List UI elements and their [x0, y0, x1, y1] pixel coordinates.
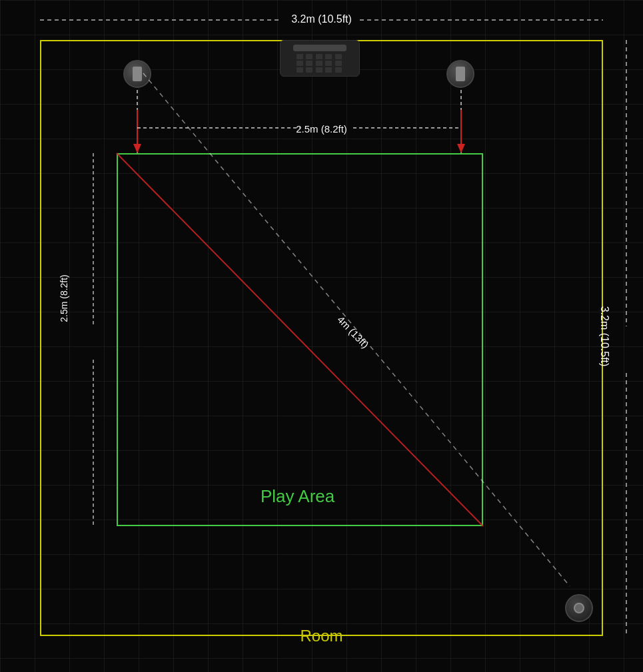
sensor-right — [446, 60, 474, 88]
diagram-canvas: 3.2m (10.5ft) 3.2m (10.5ft) 2.5m (8.2ft)… — [0, 0, 643, 672]
inner-width-label: 2.5m (8.2ft) — [296, 123, 347, 135]
device-bar — [293, 45, 346, 51]
sensor-bottom-right — [565, 594, 593, 622]
sensor-left-lens — [133, 67, 142, 81]
sensor-br-lens — [574, 603, 584, 613]
play-area-label: Play Area — [261, 486, 334, 507]
sensor-left — [123, 60, 151, 88]
right-dimension-label: 3.2m (10.5ft) — [599, 306, 611, 366]
left-dimension-label: 2.5m (8.2ft) — [59, 274, 69, 322]
sensor-right-lens — [456, 67, 465, 81]
room-label: Room — [300, 627, 342, 645]
top-dimension-label: 3.2m (10.5ft) — [291, 13, 352, 25]
play-area-border — [117, 153, 483, 526]
top-device — [280, 40, 360, 77]
device-grid — [297, 54, 343, 73]
